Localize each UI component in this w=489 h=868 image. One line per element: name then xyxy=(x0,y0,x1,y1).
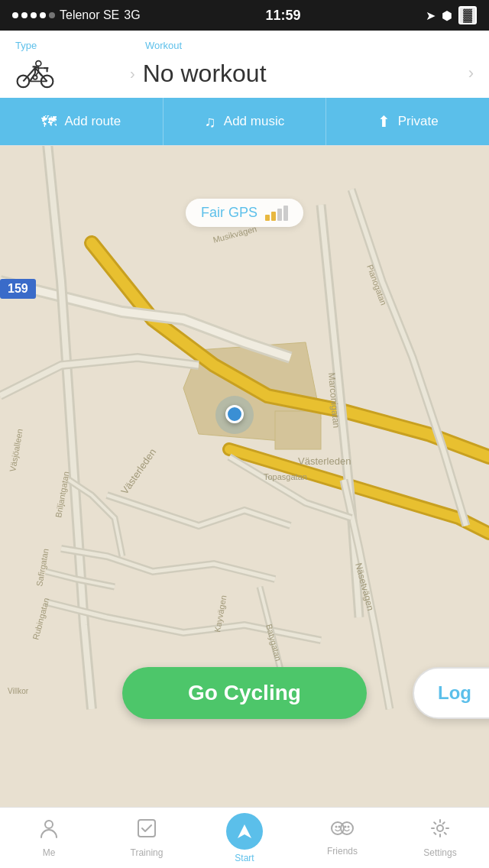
status-bar: Telenor SE 3G 11:59 ➤ ⬢ ▓ xyxy=(0,0,489,31)
settings-label: Settings xyxy=(423,847,456,858)
status-left: Telenor SE 3G xyxy=(12,8,141,22)
bike-icon xyxy=(15,58,55,89)
workout-card: Type Workout xyxy=(0,31,489,146)
add-music-label: Add music xyxy=(224,114,284,129)
svg-point-39 xyxy=(341,822,353,834)
svg-point-43 xyxy=(348,826,350,828)
private-button[interactable]: ⬆ Private xyxy=(326,98,489,145)
type-divider-arrow: › xyxy=(130,65,135,83)
signal-bar-1 xyxy=(265,215,270,221)
svg-rect-21 xyxy=(275,411,321,449)
log-button[interactable]: Log xyxy=(413,667,489,719)
svg-point-42 xyxy=(345,826,347,828)
gps-status-badge: Fair GPS xyxy=(186,199,303,227)
tab-bar: Me Training Start xyxy=(0,807,489,868)
carrier-label: Telenor SE xyxy=(60,8,119,22)
current-location-dot xyxy=(225,405,244,423)
signal-bar-4 xyxy=(283,206,288,221)
svg-point-12 xyxy=(36,61,41,66)
share-icon: ⬆ xyxy=(377,112,390,131)
go-cycling-button[interactable]: Go Cycling xyxy=(122,667,367,719)
gps-label: Fair GPS xyxy=(201,205,257,221)
start-label: Start xyxy=(235,853,254,863)
settings-icon xyxy=(429,818,451,844)
map-container: Västerleden Västerleden Marconigatan Pia… xyxy=(0,31,489,807)
me-icon xyxy=(38,818,60,844)
tab-training[interactable]: Training xyxy=(98,808,196,868)
svg-point-41 xyxy=(338,826,341,828)
svg-text:Västerleden: Västerleden xyxy=(298,455,351,467)
friends-icon xyxy=(330,819,355,843)
map-icon: 🗺 xyxy=(41,113,57,131)
log-label: Log xyxy=(438,682,471,704)
location-icon: ➤ xyxy=(426,8,436,23)
signal-bar-2 xyxy=(271,212,276,221)
add-route-label: Add route xyxy=(64,114,121,129)
road-number-badge: 159 xyxy=(0,279,36,299)
svg-text:Topasgatan: Topasgatan xyxy=(264,472,307,481)
training-icon xyxy=(136,818,157,844)
tab-start[interactable]: Start xyxy=(196,808,293,868)
type-header-label: Type xyxy=(15,40,37,51)
svg-point-44 xyxy=(437,825,443,831)
add-route-button[interactable]: 🗺 Add route xyxy=(0,98,164,145)
workout-header-label: Workout xyxy=(145,40,182,51)
training-label: Training xyxy=(131,847,164,858)
battery-icon: ▓ xyxy=(458,6,477,24)
signal-dots xyxy=(12,12,55,18)
network-label: 3G xyxy=(124,8,140,22)
svg-rect-37 xyxy=(138,820,155,837)
friends-label: Friends xyxy=(327,846,358,857)
workout-chevron: › xyxy=(468,63,474,83)
start-icon-circle xyxy=(226,813,263,850)
signal-bar-3 xyxy=(277,209,282,221)
tab-settings[interactable]: Settings xyxy=(391,808,489,868)
svg-point-36 xyxy=(45,821,53,828)
music-icon: ♫ xyxy=(205,113,216,131)
no-workout-label: No workout xyxy=(143,60,267,88)
private-label: Private xyxy=(398,114,439,129)
action-bar: 🗺 Add route ♫ Add music ⬆ Private xyxy=(0,98,489,145)
gps-signal-bars xyxy=(265,206,288,221)
bike-type-selector[interactable] xyxy=(15,58,122,89)
add-music-button[interactable]: ♫ Add music xyxy=(164,98,327,145)
me-label: Me xyxy=(43,847,56,858)
svg-point-40 xyxy=(335,826,338,828)
tab-me[interactable]: Me xyxy=(0,808,98,868)
svg-text:Villkor: Villkor xyxy=(8,687,29,695)
tab-friends[interactable]: Friends xyxy=(293,808,391,868)
go-cycling-label: Go Cycling xyxy=(188,681,301,705)
status-right: ➤ ⬢ ▓ xyxy=(426,6,477,24)
time-label: 11:59 xyxy=(265,8,300,24)
workout-selector[interactable]: No workout › xyxy=(143,60,474,88)
bluetooth-icon: ⬢ xyxy=(442,8,452,23)
